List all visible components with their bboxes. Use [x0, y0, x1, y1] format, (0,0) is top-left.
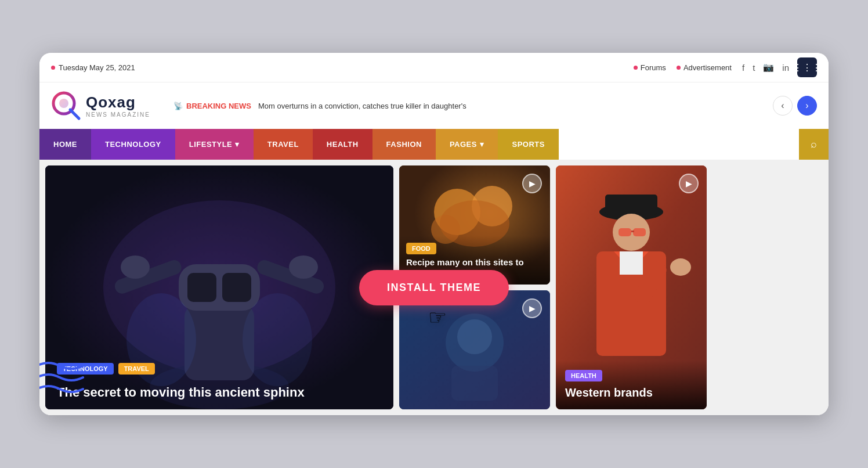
- content-area: TECHNOLOGY TRAVEL The secret to moving t…: [39, 160, 829, 415]
- logo-icon: [51, 91, 81, 121]
- wave-decoration: [39, 357, 86, 398]
- instagram-icon[interactable]: 📷: [763, 62, 774, 73]
- next-arrow-button[interactable]: ›: [797, 96, 817, 116]
- nav-item-technology[interactable]: TECHNOLOGY: [91, 129, 175, 160]
- logo-name: Qoxag: [86, 93, 150, 111]
- nav-item-fashion[interactable]: FASHION: [372, 129, 436, 160]
- date-dot: [51, 66, 55, 70]
- grid-button[interactable]: ⋮⋮⋮: [797, 57, 817, 77]
- top-bar-left: Tuesday May 25, 2021: [51, 63, 135, 72]
- nav-item-travel[interactable]: TRAVEL: [254, 129, 313, 160]
- svg-line-1: [70, 110, 79, 118]
- svg-point-36: [670, 258, 691, 276]
- featured-main-title: The secret to moving this ancient sphinx: [57, 384, 382, 401]
- svg-rect-27: [605, 195, 657, 215]
- travel-tag: TRAVEL: [118, 363, 155, 375]
- food-card-title: Recipe many on this sites to: [406, 257, 543, 268]
- browser-frame: Tuesday May 25, 2021 Forums Advertisemen…: [39, 53, 829, 415]
- svg-rect-24: [451, 366, 498, 401]
- third-card-title: Western brands: [565, 385, 697, 400]
- social-icons: f t 📷 in ⋮⋮⋮: [742, 57, 817, 77]
- rss-icon: 📡: [173, 102, 183, 110]
- logo-sub: NEWS MAGAZINE: [86, 111, 150, 118]
- header: Qoxag NEWS MAGAZINE 📡 BREAKING NEWS Mom …: [39, 82, 829, 129]
- prev-arrow-button[interactable]: ‹: [773, 96, 793, 116]
- pages-dropdown-icon: ▾: [480, 140, 484, 149]
- nav-item-health[interactable]: HEALTH: [313, 129, 372, 160]
- advertisement-link[interactable]: Advertisement: [677, 63, 732, 72]
- second-side-card[interactable]: ▶: [399, 290, 550, 409]
- food-card[interactable]: ▶ FOOD Recipe many on this sites to 📅 Ma…: [399, 165, 550, 285]
- svg-point-15: [243, 293, 312, 386]
- linkedin-icon[interactable]: in: [782, 63, 789, 73]
- svg-point-2: [59, 99, 68, 108]
- install-theme-button[interactable]: INSTALL THEME: [359, 270, 509, 305]
- breaking-news-label: 📡 BREAKING NEWS: [173, 102, 251, 110]
- top-bar: Tuesday May 25, 2021 Forums Advertisemen…: [39, 53, 829, 82]
- advertisement-dot: [677, 66, 681, 70]
- third-card-info: HEALTH Western brands: [556, 361, 707, 409]
- date-text: Tuesday May 25, 2021: [59, 63, 135, 72]
- main-navigation: HOME TECHNOLOGY LIFESTYLE ▾ TRAVEL HEALT…: [39, 129, 829, 160]
- nav-item-pages[interactable]: PAGES ▾: [436, 129, 498, 160]
- twitter-icon[interactable]: t: [753, 63, 755, 73]
- header-nav-buttons: ‹ ›: [773, 96, 817, 116]
- nav-item-home[interactable]: HOME: [39, 129, 91, 160]
- svg-point-12: [121, 255, 150, 279]
- svg-point-13: [289, 255, 318, 279]
- forums-dot: [634, 66, 638, 70]
- logo-text: Qoxag NEWS MAGAZINE: [86, 93, 150, 118]
- forums-link[interactable]: Forums: [634, 63, 666, 72]
- nav-item-lifestyle[interactable]: LIFESTYLE ▾: [175, 129, 254, 160]
- svg-rect-9: [222, 273, 251, 302]
- svg-rect-31: [631, 231, 634, 232]
- nav-item-sports[interactable]: SPORTS: [498, 129, 558, 160]
- third-card[interactable]: ▶ HEALTH Western brands: [556, 165, 707, 409]
- lifestyle-dropdown-icon: ▾: [235, 140, 240, 149]
- search-icon[interactable]: ⌕: [799, 129, 829, 160]
- food-tag: FOOD: [406, 243, 436, 254]
- health-tag: HEALTH: [565, 370, 602, 381]
- svg-rect-30: [633, 228, 646, 236]
- svg-rect-34: [620, 251, 643, 275]
- third-card-play-button[interactable]: ▶: [679, 174, 699, 193]
- svg-point-23: [457, 319, 492, 354]
- second-card-play-button[interactable]: ▶: [522, 298, 542, 318]
- facebook-icon[interactable]: f: [742, 63, 744, 73]
- breaking-news: 📡 BREAKING NEWS Mom overturns in a convi…: [173, 102, 750, 110]
- food-card-play-button[interactable]: ▶: [522, 174, 542, 193]
- svg-rect-8: [187, 273, 216, 302]
- featured-main-card[interactable]: TECHNOLOGY TRAVEL The secret to moving t…: [45, 165, 393, 409]
- svg-rect-29: [619, 228, 631, 236]
- top-bar-right: Forums Advertisement f t 📷 in ⋮⋮⋮: [634, 57, 817, 77]
- logo: Qoxag NEWS MAGAZINE: [51, 91, 150, 121]
- breaking-news-text: Mom overturns in a conviction, catches t…: [258, 102, 466, 110]
